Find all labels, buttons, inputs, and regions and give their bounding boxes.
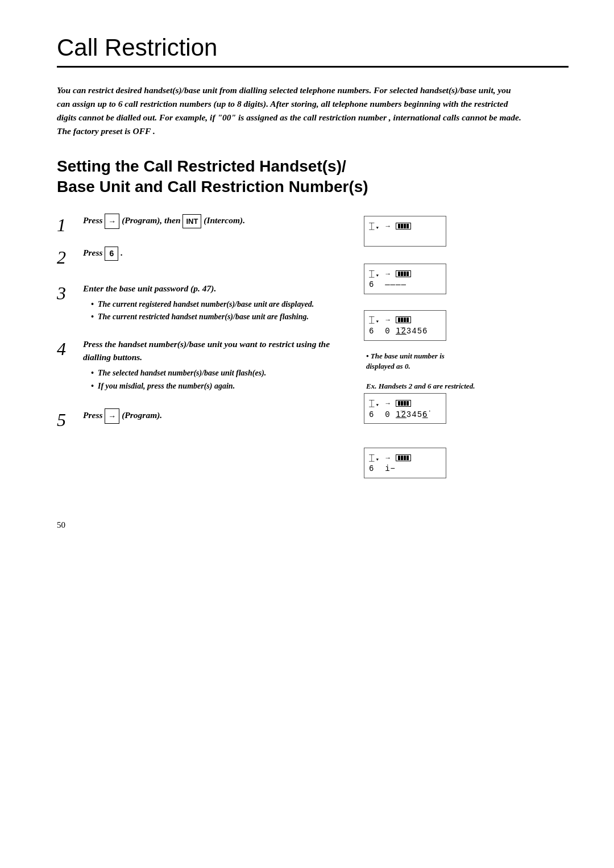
battery-icon-2 [396,270,411,277]
battery-bar [401,318,403,322]
step-4-bullets: The selected handset number(s)/base unit… [83,367,345,393]
display-4-block: Ex. Handsets 2 and 6 are restricted. ⌶▾ … [364,382,534,432]
step-5-main: Press → (Program). [83,408,345,424]
steps-column: 1 Press → (Program), then INT (Intercom)… [57,214,352,486]
battery-bar [404,456,406,460]
display-4-row: ⌶▾ → 6 0 1̅23456̇ [364,393,534,424]
display-1-block: ⌶▾ → [364,216,534,247]
step-3-bullet-2: The current restricted handset number(s)… [91,311,345,323]
display-3: ⌶▾ → 6 0 1̅23456 [364,310,446,341]
battery-bar [404,401,406,406]
battery-bars-4 [398,401,409,406]
step-4-bullet-1: The selected handset number(s)/base unit… [91,367,345,379]
arrow-icon-5: → [383,454,393,462]
step-1: 1 Press → (Program), then INT (Intercom)… [57,214,352,236]
display-3-note: • The base unit number is displayed as 0… [364,351,455,372]
step-4-main: Press the handset number(s)/base unit yo… [83,337,345,364]
battery-bar [406,272,409,276]
step-4-bullet-2: If you misdial, press the number(s) agai… [91,380,345,393]
antenna-icon-2: ⌶▾ [369,269,380,279]
display-3-bottom: 6 0 1̅23456 [369,326,441,336]
battery-bar [406,318,409,322]
step-3-main: Enter the base unit password (p. 47). [83,282,345,295]
intercom-key: INT [182,214,201,229]
intro-paragraph: You can restrict desired handset(s)/base… [57,84,523,138]
battery-bar [406,401,409,406]
arrow-icon-3: → [383,316,393,324]
battery-icon-3 [396,316,411,323]
display-4-top: ⌶▾ → [369,398,441,408]
battery-bars-3 [398,318,409,322]
displays-column: ⌶▾ → [352,214,534,486]
antenna-icon-3: ⌶▾ [369,315,380,325]
arrow-icon-2: → [383,270,393,278]
step-1-number: 1 [57,214,83,236]
arrow-icon-1: → [383,222,393,230]
display-2-bottom: 6 ———— [369,280,441,289]
antenna-icon-5: ⌶▾ [369,453,380,463]
display-2: ⌶▾ → 6 ———— [364,264,446,294]
step-5: 5 Press → (Program). [57,408,352,431]
step-3-bullets: The current registered handset number(s)… [83,298,345,324]
battery-icon-5 [396,454,411,461]
antenna-icon-4: ⌶▾ [369,398,380,408]
program-key-5: → [105,408,119,424]
step-2-content: Press 6 . [83,246,345,264]
battery-bar [398,456,400,460]
step-5-number: 5 [57,408,83,431]
battery-bar [398,318,400,322]
page-number: 50 [57,520,569,530]
display-3-row: ⌶▾ → 6 0 1̅23456 [364,310,534,341]
page-title: Call Restriction [57,34,569,68]
display-1: ⌶▾ → [364,216,446,247]
step-3: 3 Enter the base unit password (p. 47). … [57,282,352,324]
display-2-top: ⌶▾ → [369,269,441,279]
battery-icon-1 [396,223,411,229]
section-title: Setting the Call Restricted Handset(s)/ … [57,156,569,198]
page-container: Call Restriction You can restrict desire… [57,34,569,530]
display-4-bottom: 6 0 1̅23456̇ [369,410,441,419]
battery-bar [398,401,400,406]
display-5-block: ⌶▾ → 6 i− [364,448,534,478]
display-4-ex-note: Ex. Handsets 2 and 6 are restricted. [364,382,534,391]
step-2-main: Press 6 . [83,246,345,261]
battery-bar [404,318,406,322]
step-1-main: Press → (Program), then INT (Intercom). [83,214,345,229]
battery-bar [398,272,400,276]
battery-bar [404,224,406,228]
display-1-top: ⌶▾ → [369,221,441,231]
battery-bars-2 [398,272,409,276]
step-1-content: Press → (Program), then INT (Intercom). [83,214,345,232]
step-5-content: Press → (Program). [83,408,345,427]
program-key-1: → [105,214,119,229]
display-5-top: ⌶▾ → [369,453,441,463]
battery-bar [401,272,403,276]
display-5-bottom: 6 i− [369,464,441,473]
step-2-number: 2 [57,246,83,268]
step-4-number: 4 [57,337,83,360]
battery-bar [401,456,403,460]
six-key: 6 [105,247,118,261]
display-4: ⌶▾ → 6 0 1̅23456̇ [364,393,446,424]
battery-bar [401,224,403,228]
step-3-bullet-1: The current registered handset number(s)… [91,298,345,311]
step-3-content: Enter the base unit password (p. 47). Th… [83,282,345,324]
display-5: ⌶▾ → 6 i− [364,448,446,478]
battery-bars-5 [398,456,409,460]
battery-bar [406,224,409,228]
battery-bar [398,224,400,228]
display-2-block: ⌶▾ → 6 ———— [364,264,534,294]
display-1-bottom [369,232,441,241]
step-4-content: Press the handset number(s)/base unit yo… [83,337,345,393]
step-3-number: 3 [57,282,83,304]
arrow-icon-4: → [383,399,393,407]
step-4: 4 Press the handset number(s)/base unit … [57,337,352,393]
battery-icon-4 [396,400,411,407]
battery-bar [401,401,403,406]
battery-bar [404,272,406,276]
display-3-block: ⌶▾ → 6 0 1̅23456 [364,310,534,372]
antenna-icon-1: ⌶▾ [369,221,380,231]
main-content: 1 Press → (Program), then INT (Intercom)… [57,214,569,486]
battery-bar [406,456,409,460]
display-3-top: ⌶▾ → [369,315,441,325]
